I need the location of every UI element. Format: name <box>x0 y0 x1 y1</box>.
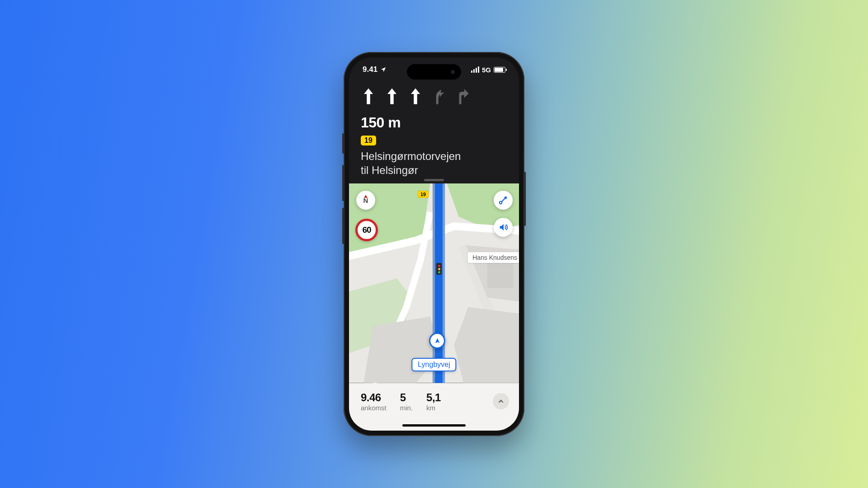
side-button <box>524 172 526 226</box>
map-background <box>349 183 519 383</box>
network-label: 5G <box>482 66 491 74</box>
home-indicator[interactable] <box>402 424 466 427</box>
trip-summary-bar[interactable]: 9.46 ankomst 5 min. 5,1 km <box>349 383 519 431</box>
phone-frame: 9.41 5G 150 m 19 Helsingørmotor <box>344 52 524 436</box>
battery-icon <box>494 67 505 73</box>
arrival-stat: 9.46 ankomst <box>361 391 387 412</box>
lane-straight-icon <box>385 87 399 107</box>
time-stat: 5 min. <box>400 391 413 412</box>
location-icon <box>380 66 387 73</box>
side-button <box>342 165 344 201</box>
route-shield: 19 <box>361 136 376 145</box>
route-icon <box>498 195 508 205</box>
lane-right-icon <box>456 87 469 107</box>
expand-button[interactable] <box>493 393 509 409</box>
direction-banner[interactable]: 150 m 19 Helsingørmotorvejen til Helsing… <box>349 83 519 183</box>
lane-straight-icon <box>409 87 422 107</box>
status-time: 9.41 <box>363 65 377 74</box>
road-name: Helsingørmotorvejen til Helsingør <box>361 149 507 177</box>
heading-icon <box>434 337 441 345</box>
lane-straight-icon <box>362 87 375 107</box>
chevron-up-icon <box>497 398 505 405</box>
current-street-label: Lyngbyvej <box>411 358 456 371</box>
side-button <box>342 133 344 154</box>
side-button <box>342 208 344 244</box>
poi-label: Hans Knudsens <box>468 252 519 263</box>
speaker-icon <box>498 222 508 232</box>
distance-to-maneuver: 150 m <box>361 114 507 131</box>
map-view[interactable]: N 60 19 Hans Knudsens Lyngbyvej <box>349 183 519 383</box>
dynamic-island <box>407 64 461 80</box>
user-location-puck <box>429 333 445 349</box>
traffic-light-icon <box>436 263 442 275</box>
distance-stat: 5,1 km <box>426 391 441 412</box>
grabber-handle[interactable] <box>424 179 444 181</box>
signal-icon <box>471 66 479 73</box>
lane-guidance <box>361 87 507 107</box>
screen: 9.41 5G 150 m 19 Helsingørmotor <box>349 57 519 431</box>
route-shield-map: 19 <box>418 191 429 198</box>
svg-rect-7 <box>487 262 514 288</box>
lane-slight-right-icon <box>432 87 446 107</box>
